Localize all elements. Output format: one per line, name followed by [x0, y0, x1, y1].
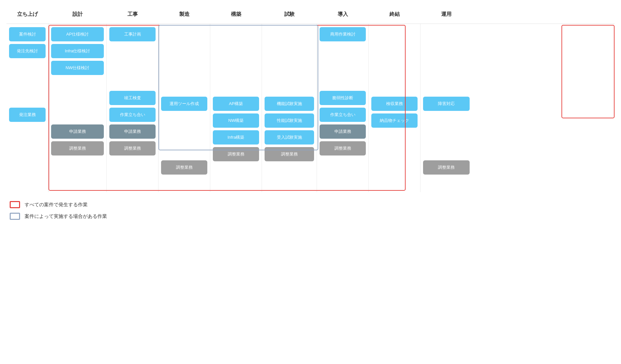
btn-shoyou-sakusei[interactable]: 商用作業検討 — [320, 27, 366, 41]
phase-table: 立ち上げ 設計 工事 製造 構築 試験 導入 終結 運用 案件検討 発注先検討 … — [6, 6, 615, 192]
btn-hacchu-gyomu[interactable]: 発注業務 — [9, 108, 46, 122]
btn-kochiku-chosei[interactable]: 調整業務 — [213, 147, 259, 161]
btn-unyou-chosei[interactable]: 調整業務 — [423, 160, 470, 175]
cell-koji: 工事計画 竣工検査 作業立ち合い 申請業務 調整業務 — [107, 24, 158, 192]
btn-anken-kento[interactable]: 案件検討 — [9, 27, 46, 41]
legend-box-red — [10, 201, 20, 208]
btn-hacchu-kento[interactable]: 発注先検討 — [9, 44, 46, 58]
btn-kino-shiken[interactable]: 機能試験実施 — [265, 97, 314, 111]
cell-unyou: 障害対応 調整業務 — [420, 24, 472, 192]
btn-nw-kochiku[interactable]: NW構築 — [213, 113, 259, 128]
btn-donyu-chosei[interactable]: 調整業務 — [320, 141, 366, 155]
cell-donyu: 商用作業検討 脆弱性診断 作業立ち合い 申請業務 調整業務 — [317, 24, 369, 192]
btn-shunko-kensa[interactable]: 竣工検査 — [109, 91, 156, 105]
btn-donyu-tachiai[interactable]: 作業立ち合い — [320, 108, 366, 122]
phase-kochiku-header: 構築 — [210, 6, 262, 24]
phase-tachiaage-header: 立ち上げ — [6, 6, 49, 24]
legend-section: すべての案件で発生する作業 案件によって実施する場合がある作業 — [6, 201, 615, 220]
btn-koji-chosei[interactable]: 調整業務 — [109, 141, 156, 155]
btn-donyu-shinsei[interactable]: 申請業務 — [320, 124, 366, 139]
cell-sekkei: AP仕様検討 Infra仕様検討 NW仕様検討 申請業務 調整業務 — [49, 24, 107, 192]
btn-ap-kochiku[interactable]: AP構築 — [213, 97, 259, 111]
phase-shiken-header: 試験 — [262, 6, 317, 24]
btn-koji-shinsei[interactable]: 申請業務 — [109, 124, 156, 139]
cell-kochiku: AP構築 NW構築 Infra構築 調整業務 — [210, 24, 262, 192]
btn-zeijaku-shindan[interactable]: 脆弱性診断 — [320, 91, 366, 105]
phase-unyou-header: 運用 — [420, 6, 472, 24]
legend-item-red: すべての案件で発生する作業 — [10, 201, 615, 208]
phase-seizo-header: 製造 — [158, 6, 210, 24]
legend-text-blue: 案件によって実施する場合がある作業 — [25, 213, 107, 219]
cell-tachiaage: 案件検討 発注先検討 発注業務 — [6, 24, 49, 192]
cell-shiken: 機能試験実施 性能試験実施 受入試験実施 調整業務 — [262, 24, 317, 192]
grid-content: 案件検討 発注先検討 発注業務 AP仕様検討 Infra仕様検討 NW仕様検討 … — [6, 24, 615, 192]
btn-koji-tachiai[interactable]: 作業立ち合い — [109, 108, 156, 122]
phase-sekkei-header: 設計 — [49, 6, 107, 24]
btn-kenshu-gyomu[interactable]: 検収業務 — [371, 97, 418, 111]
btn-shiken-chosei[interactable]: 調整業務 — [265, 147, 314, 161]
btn-sekkei-shinsei[interactable]: 申請業務 — [51, 124, 104, 139]
legend-text-red: すべての案件で発生する作業 — [25, 202, 88, 208]
phase-shukketsu-header: 終結 — [369, 6, 420, 24]
btn-sekkei-chosei[interactable]: 調整業務 — [51, 141, 104, 155]
phase-header-row: 立ち上げ 設計 工事 製造 構築 試験 導入 終結 運用 — [6, 6, 615, 24]
cell-shukketsu: 検収業務 納品物チェック — [369, 24, 420, 192]
btn-infra-shiyou[interactable]: Infra仕様検討 — [51, 44, 104, 58]
phase-donyu-header: 導入 — [317, 6, 369, 24]
btn-seizo-chosei[interactable]: 調整業務 — [161, 160, 207, 175]
btn-ap-shiyou[interactable]: AP仕様検討 — [51, 27, 104, 41]
legend-box-blue — [10, 213, 20, 220]
phase-koji-header: 工事 — [107, 6, 158, 24]
btn-ukeire-shiken[interactable]: 受入試験実施 — [265, 130, 314, 145]
btn-koji-keikaku[interactable]: 工事計画 — [109, 27, 156, 41]
btn-infra-kochiku[interactable]: Infra構築 — [213, 130, 259, 145]
btn-unyou-tool[interactable]: 運用ツール作成 — [161, 97, 207, 111]
btn-seino-shiken[interactable]: 性能試験実施 — [265, 113, 314, 128]
legend-item-blue: 案件によって実施する場合がある作業 — [10, 213, 615, 220]
btn-nw-shiyou[interactable]: NW仕様検討 — [51, 61, 104, 75]
btn-납hinbutsu-check[interactable]: 納品物チェック — [371, 113, 418, 128]
cell-seizo: 運用ツール作成 調整業務 — [158, 24, 210, 192]
btn-shogai-taiou[interactable]: 障害対応 — [423, 97, 470, 111]
